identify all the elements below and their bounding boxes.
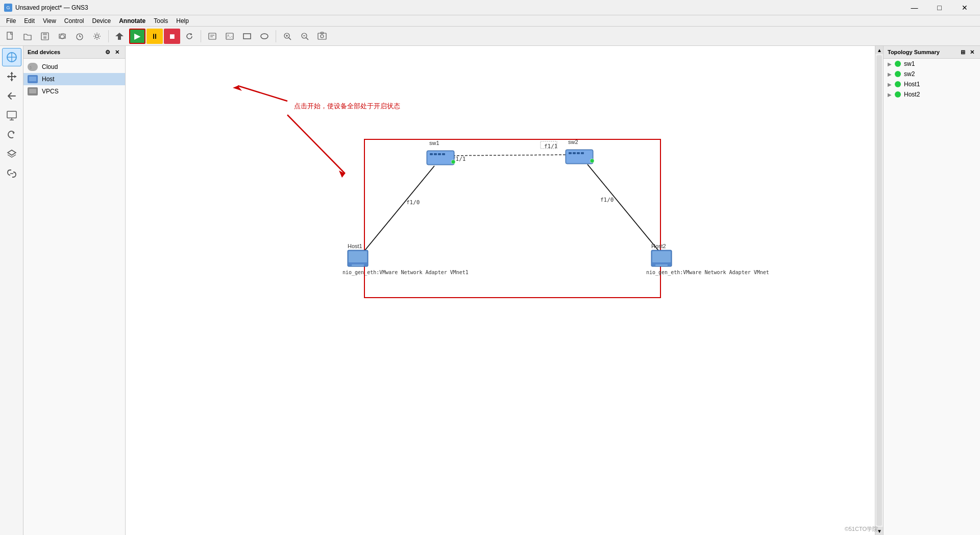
scroll-up-btn[interactable]: ▲	[875, 46, 884, 54]
scroll-thumb-v[interactable]	[876, 55, 882, 526]
maximize-button[interactable]: □	[928, 0, 951, 15]
ellipse-button[interactable]	[256, 29, 273, 44]
canvas-vscrollbar[interactable]: ▲ ▼	[875, 46, 883, 535]
device-panel-close[interactable]: ✕	[113, 48, 121, 56]
status-dot-host1	[895, 81, 901, 87]
svg-rect-15	[243, 34, 251, 39]
device-list: Cloud Host VPCS	[23, 59, 125, 100]
status-dot-sw1	[895, 61, 901, 67]
sw1-node: sw1	[427, 140, 455, 165]
svg-rect-56	[573, 152, 576, 154]
device-item-vpcs[interactable]: VPCS	[23, 85, 125, 98]
menu-edit[interactable]: Edit	[20, 16, 39, 26]
topo-label-sw2: sw2	[904, 70, 915, 78]
menu-device[interactable]: Device	[88, 16, 115, 26]
device-panel-config[interactable]: ⚙	[104, 48, 112, 56]
svg-marker-30	[10, 72, 13, 74]
titlebar: G Unsaved project* — GNS3 — □ ✕	[0, 0, 980, 15]
save-button[interactable]	[37, 29, 53, 44]
host2-label: Host2	[651, 243, 666, 249]
zoom-in-button[interactable]	[279, 29, 296, 44]
preferences-button[interactable]	[89, 29, 105, 44]
topo-item-sw2[interactable]: ▶ sw2	[884, 69, 980, 79]
host2-nio: nio_gen_eth:VMware Network Adapter VMnet	[646, 270, 769, 276]
sidebar	[0, 46, 23, 535]
arrow-button[interactable]	[112, 29, 128, 44]
topo-item-sw1[interactable]: ▶ sw1	[884, 59, 980, 69]
svg-rect-2	[43, 33, 47, 35]
sidebar-link[interactable]	[2, 164, 21, 183]
device-panel-header-buttons: ⚙ ✕	[104, 48, 121, 56]
window-title: Unsaved project* — GNS3	[15, 4, 88, 11]
topology-title: Topology Summary	[888, 49, 940, 55]
menubar: File Edit View Control Device Annotate T…	[0, 15, 980, 27]
watermark: ©51CTO学院	[845, 525, 878, 533]
link-sw2-host2	[587, 164, 662, 254]
sidebar-rotate[interactable]	[2, 126, 21, 144]
canvas-svg: f1/1 f1/1 f1/0 f1/0 sw1	[126, 46, 875, 535]
device-item-host[interactable]: Host	[23, 73, 125, 85]
topology-expand[interactable]: ⊞	[959, 48, 967, 56]
svg-rect-57	[577, 152, 580, 154]
chevron-sw2: ▶	[888, 71, 892, 77]
open-button[interactable]	[19, 29, 36, 44]
canvas-area[interactable]: f1/1 f1/1 f1/0 f1/0 sw1	[126, 46, 875, 535]
menu-file[interactable]: File	[2, 16, 20, 26]
edit-note-button[interactable]	[204, 29, 220, 44]
device-panel-header: End devices ⚙ ✕	[23, 46, 125, 59]
link-label-f10-sw1: f1/0	[406, 199, 420, 206]
svg-point-8	[95, 35, 99, 38]
menu-view[interactable]: View	[39, 16, 60, 26]
svg-rect-3	[43, 36, 46, 39]
screenshot-button[interactable]	[314, 29, 330, 44]
menu-help[interactable]: Help	[172, 16, 193, 26]
menu-annotate[interactable]: Annotate	[115, 16, 150, 26]
sidebar-layers[interactable]	[2, 145, 21, 163]
new-button[interactable]	[2, 29, 18, 44]
menu-control[interactable]: Control	[60, 16, 88, 26]
play-button[interactable]: ▶	[129, 29, 145, 44]
minimize-button[interactable]: —	[903, 0, 926, 15]
sidebar-back[interactable]	[2, 87, 21, 105]
cloud-icon	[28, 63, 38, 71]
topology-close[interactable]: ✕	[968, 48, 976, 56]
menu-tools[interactable]: Tools	[150, 16, 172, 26]
zoom-out-button[interactable]	[297, 29, 313, 44]
sidebar-select[interactable]	[2, 48, 21, 66]
device-panel: End devices ⚙ ✕ Cloud Host	[23, 46, 126, 535]
rect-button[interactable]	[239, 29, 255, 44]
chevron-host1: ▶	[888, 82, 892, 87]
topo-item-host2[interactable]: ▶ Host2	[884, 89, 980, 100]
reload-button[interactable]	[181, 29, 198, 44]
sidebar-monitor[interactable]	[2, 106, 21, 125]
host1-label: Host1	[348, 243, 362, 249]
svg-point-25	[321, 35, 324, 38]
titlebar-controls: — □ ✕	[903, 0, 976, 15]
chevron-host2: ▶	[888, 92, 892, 98]
svg-rect-24	[318, 33, 326, 39]
svg-line-22	[306, 38, 308, 40]
image-button[interactable]	[222, 29, 238, 44]
host2-node: Host2 nio_gen_eth:VMware Network Adapter…	[646, 243, 769, 276]
device-panel-title: End devices	[28, 49, 60, 55]
main-container: End devices ⚙ ✕ Cloud Host	[0, 46, 980, 535]
svg-point-59	[590, 159, 594, 163]
snapshot-button[interactable]	[54, 29, 70, 44]
svg-rect-55	[569, 152, 572, 154]
svg-rect-13	[226, 33, 233, 39]
device-item-cloud[interactable]: Cloud	[23, 61, 125, 73]
svg-rect-34	[7, 111, 16, 118]
app-icon: G	[4, 4, 12, 12]
stop-button[interactable]: ⏹	[164, 29, 180, 44]
svg-marker-31	[10, 79, 13, 81]
topo-item-host1[interactable]: ▶ Host1	[884, 79, 980, 89]
host1-nio: nio_gen_eth:VMware Network Adapter VMnet…	[342, 270, 469, 276]
pause-button[interactable]: ⏸	[146, 29, 163, 44]
svg-rect-43	[29, 89, 36, 93]
link-label-f10-sw2: f1/0	[600, 197, 614, 203]
svg-rect-40	[29, 77, 36, 81]
sidebar-move[interactable]	[2, 67, 21, 86]
close-button[interactable]: ✕	[953, 0, 976, 15]
svg-marker-33	[14, 75, 16, 78]
clock-button[interactable]	[71, 29, 88, 44]
